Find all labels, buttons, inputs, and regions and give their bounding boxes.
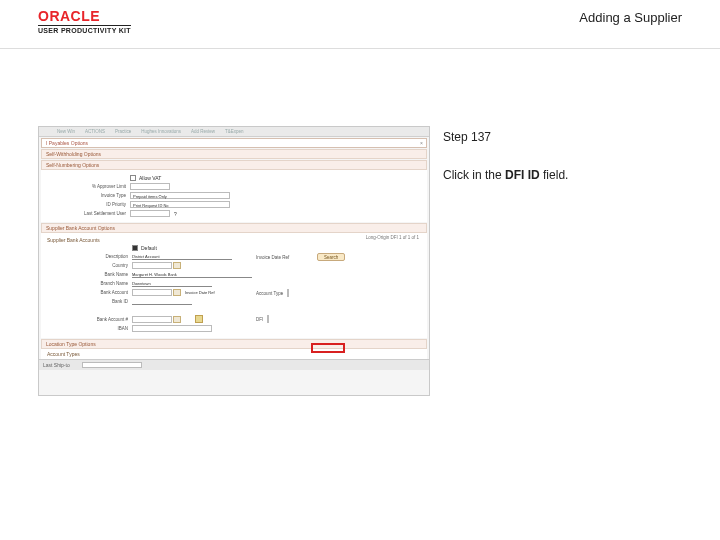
instruction-panel: Step 137 Click in the DFI ID field. — [443, 130, 678, 182]
oracle-logo: ORACLE USER PRODUCTIVITY KIT — [38, 8, 131, 34]
nav-tabs: New Win ACTIONS Practice Hughes Innovati… — [39, 127, 429, 137]
section-payables-options: I Payables Options × — [41, 138, 427, 148]
description-field[interactable]: District Account — [132, 253, 232, 260]
id-priority-label: ID Priority — [45, 202, 130, 207]
header: ORACLE USER PRODUCTIVITY KIT Adding a Su… — [38, 8, 682, 44]
page-title: Adding a Supplier — [579, 10, 682, 25]
description-label: Description — [47, 254, 132, 259]
numbering-body: Allow VAT % Approver Limit Invoice Type … — [41, 170, 427, 222]
section-location-type[interactable]: Location Type Options — [41, 339, 427, 349]
dfi-id-label: DFI — [256, 317, 267, 322]
instr-bold: DFI ID — [505, 168, 540, 182]
default-checkbox[interactable] — [132, 245, 138, 251]
bank-name-field[interactable]: Margaret H. Woods Bank — [132, 271, 252, 278]
section-title: Self-Numbering Options — [46, 162, 99, 168]
section-title: I Payables Options — [46, 140, 88, 146]
last-ship-label: Last Ship-to — [43, 362, 70, 368]
dfi-id-field[interactable] — [267, 315, 269, 323]
branch-name-field[interactable]: Downtown — [132, 280, 212, 287]
pager-meta: Long-Origin DFI 1 of 1 of 1 — [366, 235, 419, 240]
last-settlement-user-label: Last Settlement User — [45, 211, 130, 216]
tab[interactable]: Practice — [115, 129, 131, 134]
app-screenshot: New Win ACTIONS Practice Hughes Innovati… — [38, 126, 430, 396]
bank-id-field[interactable] — [132, 298, 192, 305]
section-title: Location Type Options — [46, 341, 96, 347]
search-button[interactable]: Search — [317, 253, 345, 261]
invoice-type-field[interactable]: Prepaid items Only — [130, 192, 230, 199]
lookup-icon[interactable] — [173, 316, 181, 323]
step-instruction: Click in the DFI ID field. — [443, 168, 678, 182]
account-type-label: Account Type — [256, 291, 287, 296]
last-settlement-user-field[interactable] — [130, 210, 170, 217]
header-divider — [0, 48, 720, 49]
invoice-date-label: Invoice Date Ref — [256, 255, 293, 260]
account-types-label: Account Types — [47, 351, 80, 357]
account-type-field[interactable] — [287, 289, 289, 297]
iban-field[interactable] — [132, 325, 212, 332]
tab[interactable]: New Win — [57, 129, 75, 134]
instr-prefix: Click in the — [443, 168, 505, 182]
country-field[interactable] — [132, 262, 172, 269]
brand-subtitle: USER PRODUCTIVITY KIT — [38, 25, 131, 34]
lock-icon — [195, 315, 203, 323]
allow-vat-label: Allow VAT — [139, 175, 161, 181]
bank-name-label: Bank Name — [47, 272, 132, 277]
tab[interactable]: ACTIONS — [85, 129, 105, 134]
id-priority-field[interactable]: Print Request ID No — [130, 201, 230, 208]
brand-name: ORACLE — [38, 8, 131, 24]
footer-bar: Last Ship-to — [39, 359, 429, 370]
default-label: Default — [141, 245, 157, 251]
bank-acct-no-field[interactable] — [132, 316, 172, 323]
approver-limit-label: % Approver Limit — [45, 184, 130, 189]
section-bank-options[interactable]: Supplier Bank Account Options — [41, 223, 427, 233]
allow-vat-checkbox[interactable] — [130, 175, 136, 181]
section-self-numbering[interactable]: Self-Numbering Options — [41, 160, 427, 170]
lookup-icon[interactable] — [173, 262, 181, 269]
tab[interactable]: Hughes Innovations — [141, 129, 181, 134]
instr-suffix: field. — [540, 168, 569, 182]
red-highlight-dfi-field — [311, 343, 345, 353]
section-title: Self-Withholding Options — [46, 151, 101, 157]
country-label: Country — [47, 263, 132, 268]
last-ship-field[interactable] — [82, 362, 142, 368]
tab[interactable]: T&Expen — [225, 129, 244, 134]
bank-id-label: Bank ID — [47, 299, 132, 304]
iban-label: IBAN — [47, 326, 132, 331]
branch-name-label: Branch Name — [47, 281, 132, 286]
approver-limit-field[interactable] — [130, 183, 170, 190]
close-icon[interactable]: × — [420, 140, 423, 146]
section-self-withholding[interactable]: Self-Withholding Options — [41, 149, 427, 159]
bank-acct-no-label: Bank Account # — [47, 317, 132, 322]
bank-account-field[interactable] — [132, 289, 172, 296]
section-title: Supplier Bank Account Options — [46, 225, 115, 231]
bank-account-label: Bank Account — [47, 290, 132, 295]
tab[interactable]: Add Review — [191, 129, 215, 134]
step-label: Step 137 — [443, 130, 678, 144]
lookup-icon[interactable] — [173, 289, 181, 296]
invoice-type-label: Invoice Type — [45, 193, 130, 198]
